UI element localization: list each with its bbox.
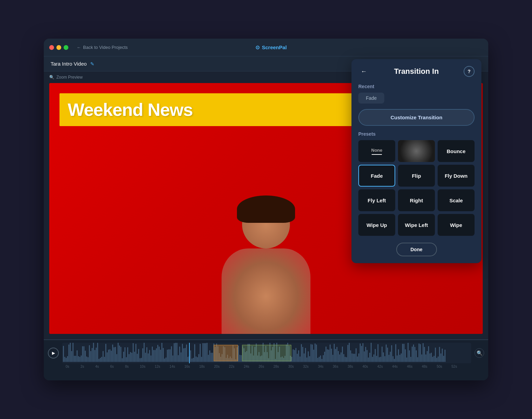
app-title: ⊙ ScreenPal — [132, 44, 410, 51]
waveform-bar — [298, 350, 299, 362]
preset-item-bounce[interactable]: Bounce — [438, 140, 475, 162]
waveform-bar — [398, 349, 399, 362]
preset-item-flip[interactable]: Flip — [398, 165, 435, 187]
waveform-bar — [349, 343, 350, 362]
waveform-bar — [179, 347, 180, 362]
waveform-bar — [367, 350, 368, 362]
waveform-bar — [440, 353, 441, 362]
waveform-bar — [241, 355, 242, 362]
preset-item-wipe-up[interactable]: Wipe Up — [358, 214, 395, 236]
timeline-track[interactable]: // Generate waveform bars inline — we'll… — [62, 343, 471, 363]
waveform-bar — [86, 356, 87, 362]
recent-fade-chip[interactable]: Fade — [358, 93, 384, 104]
waveform-bar — [129, 354, 130, 362]
ruler-mark: 8s — [125, 365, 140, 368]
customize-transition-button[interactable]: Customize Transition — [358, 109, 475, 126]
zoom-icon: 🔍 — [49, 75, 54, 80]
waveform-bar — [443, 356, 444, 362]
waveform-bar — [181, 352, 182, 362]
waveform-bar — [394, 359, 395, 362]
waveform-bar — [124, 347, 125, 362]
waveform-bar — [386, 344, 387, 362]
waveform-bar — [191, 359, 192, 362]
waveform-bar — [157, 345, 158, 362]
person-hair — [237, 195, 295, 223]
preset-item-fade-blur[interactable] — [398, 140, 435, 162]
fullscreen-button[interactable] — [64, 45, 68, 50]
minimize-button[interactable] — [56, 45, 61, 50]
waveform-bar — [150, 355, 151, 362]
waveform-bar — [175, 343, 176, 362]
waveform-bar — [387, 348, 388, 362]
play-button[interactable]: ▶ — [48, 348, 59, 359]
waveform-bar — [393, 356, 394, 362]
waveform-bar — [350, 350, 351, 362]
preset-item-fade[interactable]: Fade — [358, 165, 395, 187]
preset-item-fly-down[interactable]: Fly Down — [438, 165, 475, 187]
waveform-bar — [130, 352, 131, 362]
waveform-bar — [291, 357, 292, 362]
ruler-mark: 20s — [214, 365, 229, 368]
waveform-bar — [383, 352, 384, 362]
waveform-bar — [190, 350, 191, 362]
waveform-bar — [379, 357, 380, 362]
waveform-bar — [304, 353, 305, 362]
waveform-bar — [185, 348, 186, 362]
ruler-mark: 30s — [288, 365, 303, 368]
timeline-area: ▶ // Generate waveform bars inline — we'… — [44, 339, 488, 380]
waveform-bar — [108, 350, 109, 362]
waveform-bar — [302, 347, 303, 362]
ruler-mark: 42s — [377, 365, 392, 368]
waveform-bar — [176, 343, 177, 362]
preset-item-fly-left[interactable]: Fly Left — [358, 189, 395, 211]
waveform-bar — [410, 357, 411, 362]
waveform-bar — [345, 357, 346, 362]
waveform-bar — [187, 357, 188, 362]
waveform-bar — [431, 353, 432, 362]
title-bar: ← Back to Video Projects ⊙ ScreenPal — [44, 39, 488, 56]
waveform-bar — [372, 357, 373, 362]
waveform-bar — [89, 345, 90, 362]
waveform-bar — [428, 346, 429, 362]
waveform-bar — [144, 343, 145, 362]
preset-item-fly-right[interactable]: Right — [398, 189, 435, 211]
done-label: Done — [411, 247, 423, 252]
waveform-bar — [211, 353, 212, 362]
preset-item-wipe[interactable]: Wipe — [438, 214, 475, 236]
waveform-bar — [159, 347, 160, 362]
waveform-bar — [104, 357, 105, 362]
panel-back-button[interactable]: ← — [358, 66, 369, 77]
waveform-bar — [380, 357, 381, 362]
waveform-bar — [418, 343, 420, 362]
done-button[interactable]: Done — [396, 243, 437, 256]
waveform-bar — [397, 355, 398, 362]
waveform-bar — [183, 348, 184, 362]
waveform-bar — [172, 355, 173, 362]
waveform-bar — [327, 349, 328, 362]
waveform-bar — [198, 354, 199, 362]
waveform-bar — [197, 357, 198, 362]
waveform-bar — [412, 347, 413, 362]
waveform-bar — [358, 353, 359, 362]
waveform-bar — [71, 351, 72, 362]
edit-icon[interactable]: ✎ — [90, 61, 94, 67]
waveform-bar — [375, 349, 376, 362]
waveform-bar — [97, 343, 98, 362]
person-figure — [194, 190, 338, 334]
waveform-bar — [328, 350, 329, 362]
ruler-mark: 48s — [422, 365, 437, 368]
back-to-projects-button[interactable]: ← Back to Video Projects — [77, 45, 128, 50]
waveform-bar — [301, 344, 302, 362]
close-button[interactable] — [49, 45, 54, 50]
waveform-bar — [118, 343, 119, 362]
waveform-bar — [316, 344, 317, 362]
preset-item-wipe-left[interactable]: Wipe Left — [398, 214, 435, 236]
waveform-bar — [178, 355, 179, 362]
waveform-bar — [161, 343, 162, 362]
preset-item-scale[interactable]: Scale — [438, 189, 475, 211]
waveform-bar — [399, 355, 400, 362]
timeline-zoom-button[interactable]: 🔍 — [475, 348, 484, 358]
app-title-text: ScreenPal — [262, 44, 287, 50]
preset-item-none[interactable]: None — [358, 140, 395, 162]
panel-help-button[interactable]: ? — [464, 66, 475, 77]
